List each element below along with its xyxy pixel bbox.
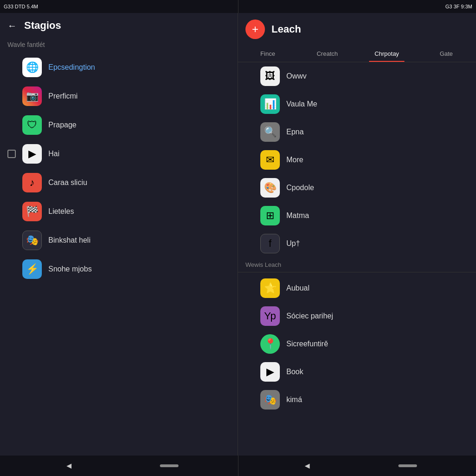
right-status-text: G3 3F 9:3M — [445, 4, 472, 9]
list-item[interactable]: ▶Hai — [0, 139, 238, 168]
tab-tab4[interactable]: Gate — [416, 46, 476, 62]
tab-tab1[interactable]: Fince — [238, 46, 298, 62]
app-name: Matma — [286, 212, 309, 220]
tab-bar: FinceCreatchChrpotayGate — [238, 46, 476, 62]
app-icon: ▶ — [260, 362, 280, 382]
home-indicator-right[interactable] — [398, 464, 417, 467]
list-item[interactable]: ⭐Aubual — [238, 274, 476, 302]
app-name: Binkshat heli — [48, 236, 91, 245]
app-icon: f — [260, 234, 280, 253]
app-name: Up† — [286, 239, 300, 248]
app-name: kimá — [286, 396, 302, 404]
search-bar: Wavle fantlét — [0, 38, 238, 53]
home-indicator[interactable] — [160, 464, 178, 467]
app-name: Epna — [286, 128, 304, 136]
back-button[interactable]: ← — [7, 20, 17, 31]
list-item[interactable]: 📍Sicreefuntirě — [238, 330, 476, 358]
app-name: Book — [286, 368, 303, 376]
list-item[interactable]: 🎭Binkshat heli — [0, 226, 238, 255]
app-icon: 🔍 — [260, 122, 280, 142]
app-icon: ⭐ — [260, 278, 280, 298]
list-item[interactable]: YpSóciec parihej — [238, 302, 476, 330]
right-status-bar: G3 3F 9:3M — [238, 0, 476, 13]
app-icon: 📊 — [260, 94, 280, 114]
right-nav-bar: ◄ — [238, 456, 476, 476]
left-app-list: 🌐Epcsedingtion📷Prerficmi🛡Prapage▶Hai♪Car… — [0, 53, 238, 456]
app-name: Hai — [48, 150, 60, 158]
list-item[interactable]: fUp† — [238, 230, 476, 258]
status-bars: G33 DTD 5.4M G3 3F 9:3M — [0, 0, 476, 13]
app-name: Prerficmi — [48, 92, 78, 100]
list-item[interactable]: 🌐Epcsedingtion — [0, 53, 238, 82]
app-icon: 📍 — [260, 334, 280, 354]
app-name: Prapage — [48, 121, 77, 129]
tab-tab3[interactable]: Chrpotay — [357, 46, 416, 62]
app-checkbox[interactable] — [7, 150, 16, 158]
app-name: Caraa sliciu — [48, 178, 87, 187]
app-name: Epcsedingtion — [48, 63, 95, 72]
list-item[interactable]: ▶Book — [238, 358, 476, 386]
list-item[interactable]: 📷Prerficmi — [0, 82, 238, 111]
right-app-list: 🖼Owwv📊Vaula Me🔍Epna✉More🎨Cpodole⊞MatmafU… — [238, 62, 476, 456]
app-icon: 🌐 — [22, 58, 42, 77]
list-item[interactable]: 🖼Owwv — [238, 62, 476, 90]
app-icon: ⚡ — [22, 259, 42, 279]
nav-bars: ◄ ◄ — [0, 456, 476, 476]
app-icon: 🏁 — [22, 202, 42, 221]
list-item[interactable]: ✉More — [238, 146, 476, 174]
left-nav-bar: ◄ — [0, 456, 238, 476]
app-icon: 🎭 — [260, 390, 280, 410]
list-item[interactable]: 🎭kimá — [238, 386, 476, 414]
app-name: Aubual — [286, 284, 310, 292]
left-header: ← Stagios — [0, 13, 238, 38]
tab-tab2[interactable]: Creatch — [298, 46, 357, 62]
app-icon: 📷 — [22, 86, 42, 106]
left-status-bar: G33 DTD 5.4M — [0, 0, 238, 13]
app-icon: ▶ — [22, 144, 42, 164]
divider — [238, 272, 476, 272]
left-title: Stagios — [24, 20, 61, 32]
left-status-text: G33 DTD 5.4M — [4, 4, 38, 9]
app-name: Sicreefuntirě — [286, 340, 328, 348]
app-name: Lieteles — [48, 207, 74, 216]
app-name: Cpodole — [286, 184, 314, 192]
list-item[interactable]: ♪Caraa sliciu — [0, 168, 238, 197]
app-name: Snohe mjobs — [48, 265, 92, 273]
back-nav-button-right[interactable]: ◄ — [298, 458, 317, 474]
app-name: Vaula Me — [286, 100, 317, 108]
app-name: Owwv — [286, 72, 307, 80]
app-icon: 🖼 — [260, 66, 280, 86]
app-name: More — [286, 156, 303, 164]
app-icon: ♪ — [22, 173, 42, 192]
list-item[interactable]: ⊞Matma — [238, 202, 476, 230]
app-icon: 🎨 — [260, 178, 280, 198]
list-item[interactable]: 🛡Prapage — [0, 111, 238, 139]
back-nav-button[interactable]: ◄ — [59, 458, 79, 474]
list-item[interactable]: 🎨Cpodole — [238, 174, 476, 202]
list-item[interactable]: ⚡Snohe mjobs — [0, 255, 238, 284]
app-icon: Yp — [260, 306, 280, 326]
main-panels: ← Stagios Wavle fantlét 🌐Epcsedingtion📷P… — [0, 13, 476, 456]
app-icon: ✉ — [260, 150, 280, 170]
app-name: Sóciec parihej — [286, 312, 333, 320]
right-header: + Leach — [238, 13, 476, 46]
list-item[interactable]: 📊Vaula Me — [238, 90, 476, 118]
app-icon: 🎭 — [22, 231, 42, 250]
right-panel: + Leach FinceCreatchChrpotayGate 🖼Owwv📊V… — [238, 13, 476, 456]
search-placeholder: Wavle fantlét — [7, 41, 45, 48]
fab-button[interactable]: + — [245, 20, 265, 39]
list-item[interactable]: 🏁Lieteles — [0, 197, 238, 226]
left-panel: ← Stagios Wavle fantlét 🌐Epcsedingtion📷P… — [0, 13, 238, 456]
list-item[interactable]: 🔍Epna — [238, 118, 476, 146]
right-title: Leach — [271, 23, 301, 35]
section-label: Wewis Leach — [238, 258, 476, 270]
app-icon: ⊞ — [260, 206, 280, 225]
app-icon: 🛡 — [22, 115, 42, 135]
